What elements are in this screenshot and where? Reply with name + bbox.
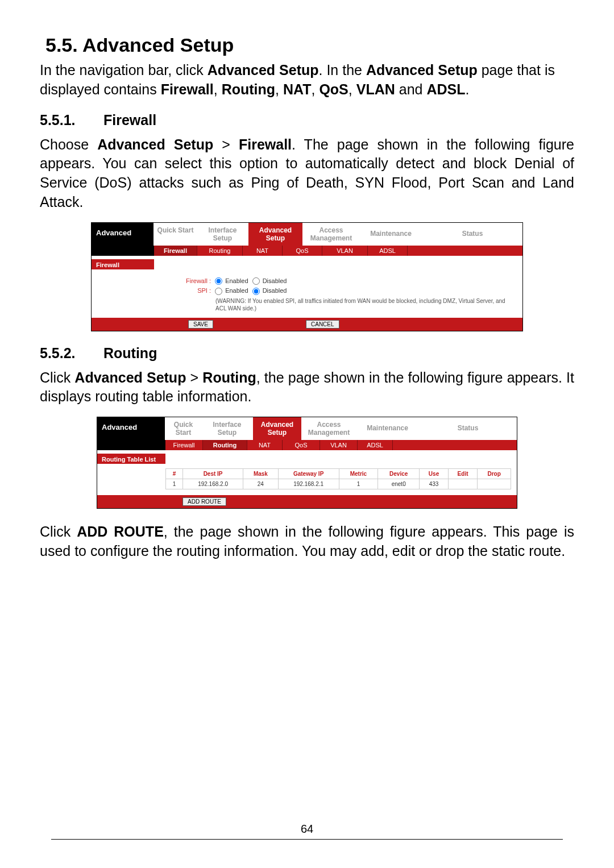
subnav-adsl[interactable]: ADSL [368, 246, 408, 256]
side-title: Advanced [92, 223, 154, 246]
subsection-firewall-heading: 5.5.1.Firewall [40, 112, 574, 128]
firewall-paragraph: Choose Advanced Setup > Firewall. The pa… [40, 135, 574, 212]
kw: Routing [222, 81, 275, 97]
button-bar: SAVE CANCEL [92, 318, 522, 331]
subsection-routing-heading: 5.5.2.Routing [40, 345, 574, 362]
cell-drop[interactable] [478, 479, 511, 489]
nav-label: Access [319, 226, 343, 234]
firewall-enabled-radio[interactable] [215, 277, 222, 285]
text: Click [40, 524, 77, 539]
cell-gateway: 192.168.2.1 [278, 479, 339, 489]
kw: Routing [202, 369, 256, 385]
nav-advanced-setup[interactable]: Advanced Setup [253, 417, 302, 440]
th-gateway: Gateway IP [278, 469, 339, 479]
subnav-qos[interactable]: QoS [283, 440, 320, 450]
subsection-num: 5.5.2. [40, 345, 103, 362]
text: , [349, 81, 356, 97]
nav-maintenance[interactable]: Maintenance [360, 223, 422, 246]
nav-label: Status [458, 424, 479, 432]
nav-label: Status [462, 230, 483, 238]
section-heading: 5.5. Advanced Setup [45, 34, 574, 56]
subnav-nat[interactable]: NAT [243, 246, 283, 256]
save-button[interactable]: SAVE [188, 320, 213, 329]
th-dest: Dest IP [182, 469, 243, 479]
kw: Firewall [239, 136, 292, 152]
table-header-row: # Dest IP Mask Gateway IP Metric Device … [166, 469, 511, 479]
subsection-title: Firewall [103, 112, 156, 128]
nav-quick-start[interactable]: Quick Start [154, 223, 197, 246]
routing-paragraph-b: Click ADD ROUTE, the page shown in the f… [40, 522, 574, 561]
nav-label: Interface [208, 226, 237, 234]
text: > [186, 369, 202, 385]
cell-metric: 1 [339, 479, 378, 489]
subnav-routing[interactable]: Routing [197, 246, 243, 256]
routing-table-wrap: # Dest IP Mask Gateway IP Metric Device … [97, 464, 517, 492]
page-number: 64 [301, 823, 313, 835]
opt-disabled: Disabled [263, 277, 287, 284]
kw: Advanced Setup [74, 369, 186, 385]
spi-enabled-radio[interactable] [215, 288, 222, 295]
nav-label: Advanced [259, 226, 292, 234]
nav-label: Start [178, 226, 193, 234]
firewall-screenshot: Advanced Quick Start Interface Setup Adv… [91, 222, 523, 331]
kw: VLAN [356, 81, 395, 97]
nav-label: Setup [218, 429, 237, 437]
side-title-text: Advanced [96, 229, 131, 237]
nav-label: Setup [266, 234, 285, 242]
cancel-button[interactable]: CANCEL [306, 320, 339, 329]
opt-disabled: Disabled [263, 287, 287, 294]
kw: ADSL [426, 81, 465, 97]
subnav-routing[interactable]: Routing [203, 440, 247, 450]
nav-label: Maintenance [370, 230, 412, 238]
nav-label: Quick [174, 421, 193, 429]
nav-maintenance[interactable]: Maintenance [356, 417, 419, 440]
table-row: 1 192.168.2.0 24 192.168.2.1 1 enet0 433 [166, 479, 511, 489]
subnav-qos[interactable]: QoS [283, 246, 322, 256]
kw: Advanced Setup [366, 62, 478, 78]
opt-enabled: Enabled [225, 287, 248, 294]
nav-interface-setup[interactable]: Interface Setup [202, 417, 253, 440]
th-edit: Edit [448, 469, 477, 479]
firewall-disabled-radio[interactable] [252, 277, 260, 285]
nav-advanced-setup[interactable]: Advanced Setup [248, 223, 303, 246]
th-mask: Mask [243, 469, 278, 479]
text: , [214, 81, 222, 97]
panel-header: Firewall [92, 259, 154, 269]
page-footer: 64 [0, 823, 614, 840]
kw: ADD ROUTE [77, 524, 164, 539]
subnav-firewall[interactable]: Firewall [165, 440, 203, 450]
kw: NAT [283, 81, 312, 97]
add-route-button[interactable]: ADD ROUTE [182, 497, 226, 506]
kw: Firewall [161, 81, 214, 97]
nav-label: Management [308, 429, 350, 437]
text: , [275, 81, 283, 97]
cell-num: 1 [166, 479, 183, 489]
button-bar: ADD ROUTE [97, 495, 517, 508]
sub-nav: Firewall Routing NAT QoS VLAN ADSL [92, 246, 522, 256]
nav-label: Access [317, 421, 341, 429]
subnav-nat[interactable]: NAT [247, 440, 283, 450]
nav-status[interactable]: Status [422, 223, 522, 246]
th-drop: Drop [478, 469, 511, 479]
nav-quick-start[interactable]: Quick Start [165, 417, 202, 440]
subnav-vlan[interactable]: VLAN [322, 246, 368, 256]
sub-nav: Firewall Routing NAT QoS VLAN ADSL [97, 440, 517, 450]
nav-status[interactable]: Status [419, 417, 517, 440]
cell-dest: 192.168.2.0 [182, 479, 243, 489]
nav-access-management[interactable]: Access Management [302, 417, 356, 440]
firewall-label: Firewall : [177, 277, 211, 284]
text: Click [40, 369, 74, 385]
th-use: Use [420, 469, 449, 479]
th-num: # [166, 469, 183, 479]
text: . [465, 81, 469, 97]
nav-access-management[interactable]: Access Management [303, 223, 360, 246]
cell-edit[interactable] [448, 479, 477, 489]
kw: Advanced Setup [97, 136, 213, 152]
subnav-adsl[interactable]: ADSL [358, 440, 393, 450]
subnav-vlan[interactable]: VLAN [320, 440, 358, 450]
subnav-firewall[interactable]: Firewall [154, 246, 197, 256]
top-nav: Advanced Quick Start Interface Setup Adv… [97, 417, 517, 440]
text: . In the [319, 62, 366, 78]
spi-disabled-radio[interactable] [252, 288, 260, 295]
nav-interface-setup[interactable]: Interface Setup [197, 223, 248, 246]
